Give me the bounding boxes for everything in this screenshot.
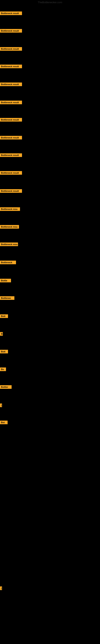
bottleneck-result-badge: Bottleneck bbox=[0, 260, 16, 264]
bottleneck-result-badge: Bottleneck result bbox=[0, 82, 22, 86]
bottleneck-result-badge: Bottleneck result bbox=[0, 64, 22, 68]
bottleneck-result-badge: Bott bbox=[0, 350, 8, 354]
bottleneck-result-badge: B bbox=[0, 332, 3, 336]
bottleneck-result-badge: Bottleneck resu bbox=[0, 242, 18, 246]
bottleneck-result-badge: Bott bbox=[0, 314, 8, 318]
bottleneck-result-badge: Bottleneck result bbox=[0, 189, 22, 193]
bottleneck-result-badge: Bottleneck result bbox=[0, 171, 22, 175]
bottleneck-result-badge: Bottleneck result bbox=[0, 153, 22, 157]
bottleneck-result-badge: Bottler bbox=[0, 385, 12, 389]
bottleneck-result-badge: Bot bbox=[0, 420, 8, 424]
bottleneck-result-badge: Bottleneck result bbox=[0, 100, 22, 104]
bottleneck-result-badge: Bottleneck result bbox=[0, 29, 22, 32]
bottleneck-result-badge: Bo bbox=[0, 368, 6, 371]
bottleneck-result-badge: Bottle bbox=[0, 279, 11, 282]
bottleneck-result-badge: Bottleneck result bbox=[0, 47, 22, 51]
bottleneck-result-badge: Bottleneck resu bbox=[0, 207, 20, 211]
bottleneck-result-badge: Bottleneck result bbox=[0, 136, 22, 140]
site-title: TheBottlenecker.com bbox=[0, 1, 100, 4]
bottleneck-result-badge: Bottleneck result bbox=[0, 12, 22, 15]
bottleneck-result-badge: Bottleneck result bbox=[0, 118, 22, 122]
bottleneck-result-badge: | bbox=[0, 586, 2, 590]
bottleneck-result-badge: Bottlenec bbox=[0, 296, 14, 300]
bottleneck-result-badge: Bottleneck resu bbox=[0, 225, 19, 228]
bottleneck-result-badge: | bbox=[0, 404, 2, 407]
